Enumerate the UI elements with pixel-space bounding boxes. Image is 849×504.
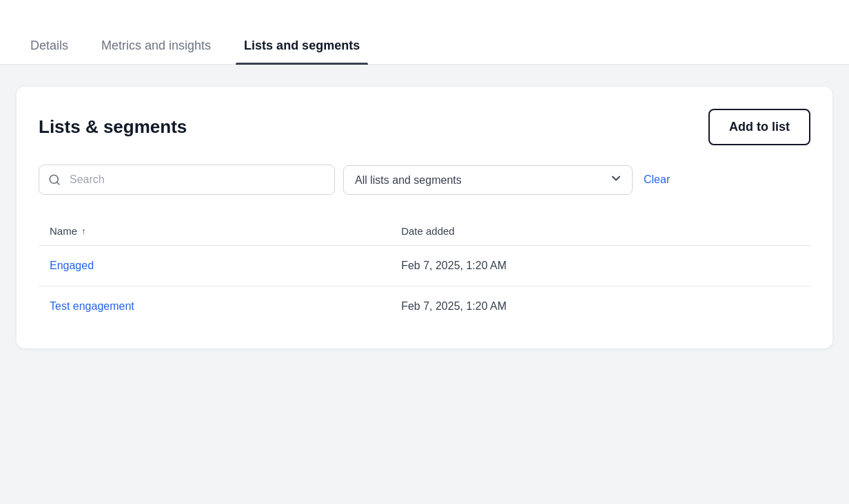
table-body: Engaged Feb 7, 2025, 1:20 AM Test engage… [39,246,810,327]
tab-bar: Details Metrics and insights Lists and s… [0,0,849,65]
row-date-cell: Feb 7, 2025, 1:20 AM [390,246,810,286]
add-to-list-button[interactable]: Add to list [708,109,810,145]
search-icon [48,174,61,186]
sort-asc-icon: ↑ [81,226,86,236]
tab-metrics[interactable]: Metrics and insights [93,39,219,64]
data-table: Name ↑ Date added Engaged Feb 7, 2025, 1… [39,217,810,326]
column-date-added: Date added [390,217,810,246]
card-header: Lists & segments Add to list [39,109,810,145]
card: Lists & segments Add to list All lists a… [17,87,832,348]
column-name[interactable]: Name ↑ [39,217,390,246]
table-row: Test engagement Feb 7, 2025, 1:20 AM [39,286,810,327]
svg-line-1 [57,182,59,184]
table-header: Name ↑ Date added [39,217,810,246]
tab-details[interactable]: Details [22,39,76,64]
search-input[interactable] [39,165,335,195]
tab-lists[interactable]: Lists and segments [236,39,368,64]
clear-button[interactable]: Clear [641,168,673,191]
table-row: Engaged Feb 7, 2025, 1:20 AM [39,246,810,286]
row-name-cell: Test engagement [39,286,390,327]
list-link-engaged[interactable]: Engaged [50,260,94,271]
card-title: Lists & segments [39,116,187,138]
row-date-cell: Feb 7, 2025, 1:20 AM [390,286,810,327]
list-link-test-engagement[interactable]: Test engagement [50,300,134,312]
row-name-cell: Engaged [39,246,390,286]
segment-select[interactable]: All lists and segments Lists only Segmen… [343,165,633,195]
search-wrapper [39,165,335,195]
filter-row: All lists and segments Lists only Segmen… [39,165,810,195]
main-content: Lists & segments Add to list All lists a… [0,65,849,504]
segment-select-wrapper: All lists and segments Lists only Segmen… [343,165,633,195]
